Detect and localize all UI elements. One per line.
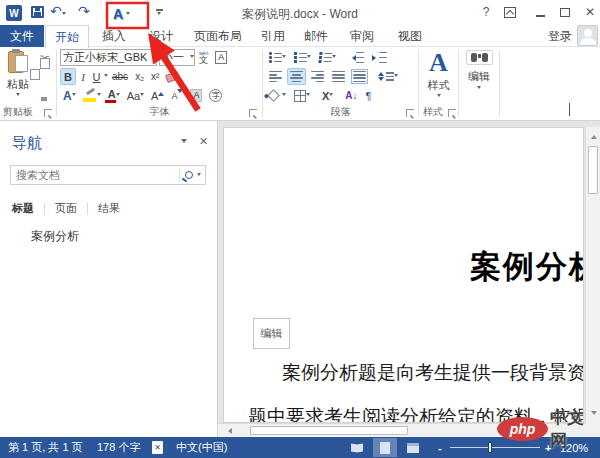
underline-button[interactable]: U (90, 68, 103, 85)
nav-close-button[interactable]: ✕ (199, 135, 208, 148)
shading-button[interactable] (266, 87, 289, 104)
page-indicator[interactable]: 第 1 页, 共 1 页 (8, 437, 83, 458)
tab-page-layout[interactable]: 页面布局 (186, 25, 250, 47)
search-icon[interactable] (185, 171, 193, 179)
tab-review[interactable]: 审阅 (340, 25, 384, 47)
styles-dialog-launcher[interactable] (448, 109, 456, 117)
font-name-dropdown-icon[interactable] (152, 55, 156, 60)
editing-button[interactable]: 编辑 (463, 50, 495, 91)
scroll-left-button[interactable] (222, 424, 235, 437)
align-left-button[interactable] (266, 68, 285, 85)
strikethrough-button[interactable]: abc (109, 68, 131, 85)
clear-formatting-button[interactable] (163, 68, 182, 85)
horizontal-scroll-thumb[interactable] (250, 426, 408, 435)
scroll-left-icon (225, 428, 232, 434)
enclose-characters-button[interactable]: 字 (206, 87, 225, 104)
tab-references[interactable]: 引用 (253, 25, 293, 47)
align-right-button[interactable] (308, 68, 327, 85)
sort-button[interactable]: A↓ (342, 87, 360, 104)
subscript-button[interactable]: x₂ (132, 68, 147, 85)
highlight-color-button[interactable] (80, 87, 104, 104)
clipboard-dialog-launcher[interactable] (44, 109, 52, 117)
font-size-input[interactable] (160, 50, 190, 65)
superscript-button[interactable]: x² (148, 68, 162, 85)
print-layout-icon (380, 442, 390, 454)
character-border-button[interactable]: A (212, 49, 230, 66)
show-marks-button[interactable]: ¶ (363, 87, 375, 104)
paste-dropdown-icon[interactable] (16, 93, 20, 98)
numbering-button[interactable] (291, 49, 314, 66)
bullets-button[interactable] (266, 49, 289, 66)
change-case-button[interactable]: Aa (124, 87, 147, 104)
font-name-input[interactable] (61, 50, 152, 65)
font-color-button[interactable]: A (105, 87, 123, 104)
borders-dropdown-icon (306, 93, 310, 98)
bullets-dropdown-icon (282, 55, 286, 60)
justify-button[interactable] (329, 68, 348, 85)
font-size-dropdown-icon[interactable] (190, 55, 194, 60)
paragraph-dialog-launcher[interactable] (406, 109, 414, 117)
nav-tab-headings[interactable]: 标题 (12, 201, 34, 216)
decrease-indent-button[interactable] (346, 49, 367, 66)
phonetic-guide-button[interactable]: wén 文 (197, 49, 210, 66)
nav-tab-results[interactable]: 结果 (98, 201, 120, 216)
language-indicator[interactable]: 中文(中国) (176, 437, 227, 458)
word-count[interactable]: 178 个字 (97, 437, 140, 458)
tab-view[interactable]: 视图 (388, 25, 432, 47)
tab-file[interactable]: 文件 (0, 25, 44, 47)
help-button[interactable]: ? (476, 4, 496, 20)
search-input[interactable] (11, 169, 179, 181)
search-dropdown-icon[interactable] (197, 173, 201, 178)
distributed-button[interactable] (350, 68, 369, 85)
maximize-button[interactable] (555, 4, 575, 20)
font-name-combo[interactable] (60, 49, 157, 66)
collapse-ribbon-button[interactable] (569, 104, 570, 116)
scroll-up-button[interactable] (586, 129, 600, 142)
italic-button[interactable]: I (77, 68, 89, 85)
nav-options-dropdown[interactable] (181, 139, 187, 146)
line-spacing-button[interactable] (375, 68, 401, 85)
content-control-edit-tag[interactable]: 编辑 (253, 318, 290, 349)
increase-indent-button[interactable] (369, 49, 390, 66)
vertical-scroll-thumb[interactable] (588, 146, 598, 194)
zoom-out-button[interactable]: - (438, 437, 442, 458)
character-shading-icon: A (190, 89, 202, 102)
document-page[interactable]: 案例分析 编辑 案例分析题是向考生提供一段背景资 题中要求考生阅读分析给定的资料… (223, 127, 584, 423)
vertical-scrollbar[interactable] (585, 127, 600, 423)
nav-heading-item[interactable]: 案例分析 (27, 227, 203, 245)
underline-dropdown-icon[interactable] (104, 74, 108, 79)
sign-in-link[interactable]: 登录 (548, 25, 572, 47)
tab-design[interactable]: 设计 (139, 25, 183, 47)
web-layout-button[interactable] (401, 438, 425, 457)
zoom-slider-thumb[interactable] (488, 442, 492, 453)
print-layout-button[interactable] (373, 438, 397, 457)
minimize-button[interactable] (530, 4, 550, 20)
character-border-icon: A (215, 51, 227, 64)
tab-mailings[interactable]: 邮件 (296, 25, 336, 47)
ribbon-display-options-button[interactable] (500, 4, 520, 20)
read-mode-button[interactable] (345, 438, 369, 457)
character-shading-button[interactable]: A (187, 87, 205, 104)
distributed-icon (353, 71, 366, 82)
grow-arrow-icon (158, 89, 164, 96)
text-effects-icon: A (63, 89, 72, 103)
font-size-combo[interactable] (159, 49, 195, 66)
close-button[interactable]: ✕ (580, 4, 600, 20)
multilevel-list-button[interactable] (316, 49, 339, 66)
grow-font-button[interactable]: A (148, 87, 167, 104)
nav-tab-pages[interactable]: 页面 (55, 201, 77, 216)
bold-button[interactable]: B (60, 68, 76, 85)
user-avatar[interactable] (577, 25, 598, 46)
styles-button[interactable]: A 样式 (421, 50, 456, 106)
text-effects-button[interactable]: A (60, 87, 79, 104)
align-center-button[interactable] (287, 68, 306, 85)
borders-button[interactable] (291, 87, 313, 104)
proofing-status[interactable]: ✕ (152, 437, 163, 458)
shrink-font-button[interactable]: A (168, 87, 186, 104)
asian-layout-button[interactable]: X (319, 87, 336, 104)
shading-bucket-icon (267, 89, 280, 102)
tab-insert[interactable]: 插入 (92, 25, 136, 47)
font-dialog-launcher[interactable] (249, 109, 257, 117)
search-box[interactable] (10, 165, 206, 185)
tab-home[interactable]: 开始 (45, 25, 89, 48)
